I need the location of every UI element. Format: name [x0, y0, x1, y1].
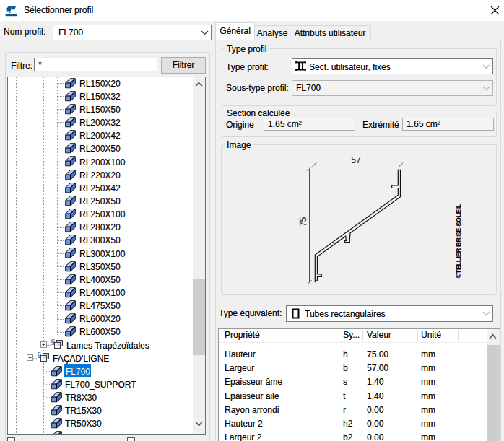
svg-text:57: 57 — [351, 155, 361, 165]
svg-text:75: 75 — [298, 217, 308, 227]
